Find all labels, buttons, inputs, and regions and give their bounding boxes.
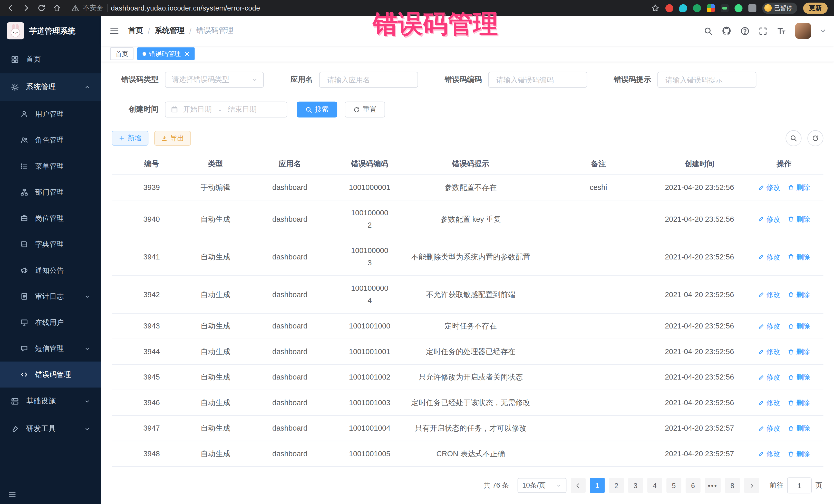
next-page-button[interactable] — [744, 478, 759, 493]
bookmark-star-icon[interactable] — [651, 4, 659, 12]
edit-link[interactable]: 修改 — [758, 396, 781, 409]
export-button[interactable]: 导出 — [154, 131, 191, 146]
sidebar-item-infra[interactable]: 基础设施 — [0, 388, 101, 415]
sidebar-item-notice[interactable]: 通知公告 — [0, 257, 101, 284]
code-icon — [20, 371, 28, 378]
tab-error-code[interactable]: 错误码管理 — [137, 47, 195, 60]
refresh-button[interactable] — [807, 130, 823, 146]
extension-icon[interactable] — [665, 4, 673, 12]
add-button[interactable]: 新增 — [112, 131, 148, 146]
font-size-icon[interactable] — [776, 26, 786, 36]
delete-link[interactable]: 删除 — [788, 213, 810, 225]
sidebar-item-sms[interactable]: 短信管理 — [0, 335, 101, 361]
edit-link[interactable]: 修改 — [758, 288, 781, 301]
caret-down-icon[interactable] — [820, 28, 826, 34]
reset-button[interactable]: 重置 — [345, 102, 385, 117]
edit-link[interactable]: 修改 — [758, 447, 781, 460]
edit-link[interactable]: 修改 — [758, 346, 781, 358]
search-icon[interactable] — [704, 26, 712, 36]
extensions-puzzle-icon[interactable] — [748, 4, 756, 12]
sidebar-toggle-icon[interactable] — [110, 26, 119, 36]
delete-link[interactable]: 删除 — [788, 346, 810, 358]
page-button[interactable]: 3 — [628, 478, 643, 493]
edit-link[interactable]: 修改 — [758, 371, 781, 384]
edit-link[interactable]: 修改 — [758, 320, 781, 332]
app-name-input[interactable] — [326, 75, 411, 84]
browser-update-button[interactable]: 更新 — [803, 2, 828, 14]
github-icon[interactable] — [722, 26, 731, 36]
list-icon — [20, 162, 28, 170]
breadcrumb-home[interactable]: 首页 — [128, 26, 143, 36]
more-pages-button[interactable]: ••• — [705, 478, 721, 493]
page-button[interactable]: 5 — [666, 478, 681, 493]
page-button[interactable]: 8 — [725, 478, 740, 493]
extension-icon[interactable] — [720, 4, 728, 12]
warning-icon — [71, 4, 79, 12]
delete-link[interactable]: 删除 — [788, 181, 810, 194]
search-button[interactable]: 搜索 — [297, 102, 337, 117]
goto-page-input[interactable] — [787, 477, 812, 493]
chevron-down-icon — [84, 426, 90, 432]
browser-back-icon[interactable] — [6, 4, 15, 12]
close-icon[interactable] — [184, 51, 190, 56]
extension-icon[interactable] — [679, 4, 687, 12]
browser-home-icon[interactable] — [52, 4, 61, 12]
page-button[interactable]: 4 — [647, 478, 662, 493]
extension-icon[interactable] — [707, 4, 715, 12]
date-range-picker[interactable]: 开始日期 - 结束日期 — [165, 102, 287, 117]
sidebar-item-dict[interactable]: 字典管理 — [0, 231, 101, 257]
edit-link[interactable]: 修改 — [758, 251, 781, 263]
sidebar-item-online-user[interactable]: 在线用户 — [0, 309, 101, 336]
error-code-field — [488, 72, 587, 88]
toggle-search-button[interactable] — [786, 130, 802, 146]
sidebar-item-system[interactable]: 系统管理 — [0, 73, 101, 101]
sidebar-item-devtools[interactable]: 研发工具 — [0, 415, 101, 443]
edit-link[interactable]: 修改 — [758, 422, 781, 435]
delete-link[interactable]: 删除 — [788, 371, 810, 384]
page-button[interactable]: 2 — [609, 478, 624, 493]
extension-icon[interactable] — [693, 4, 701, 12]
delete-link[interactable]: 删除 — [788, 320, 810, 332]
chevron-down-icon — [556, 482, 562, 488]
user-avatar[interactable] — [795, 23, 811, 39]
sidebar-item-audit-log[interactable]: 审计日志 — [0, 283, 101, 309]
table-row: 3945 自动生成 dashboard 1001001002 只允许修改为开启或… — [112, 365, 823, 390]
url-text[interactable]: dashboard.yudao.iocoder.cn/system/error-… — [111, 4, 260, 12]
sidebar-item-role[interactable]: 角色管理 — [0, 127, 101, 153]
tab-home[interactable]: 首页 — [110, 47, 133, 60]
sidebar-item-home[interactable]: 首页 — [0, 46, 101, 73]
delete-link[interactable]: 删除 — [788, 288, 810, 301]
breadcrumb-system[interactable]: 系统管理 — [155, 26, 184, 36]
fullscreen-icon[interactable] — [759, 26, 768, 36]
sidebar-item-post[interactable]: 岗位管理 — [0, 205, 101, 232]
prev-page-button[interactable] — [571, 478, 586, 493]
profile-paused-chip[interactable]: 已暂停 — [762, 2, 797, 14]
help-icon[interactable] — [740, 26, 749, 36]
book-icon — [20, 240, 28, 248]
sidebar-item-dept[interactable]: 部门管理 — [0, 179, 101, 205]
delete-link[interactable]: 删除 — [788, 396, 810, 409]
sidebar-item-user[interactable]: 用户管理 — [0, 101, 101, 127]
users-icon — [20, 136, 28, 144]
security-chip[interactable]: 不安全 dashboard.yudao.iocoder.cn/system/er… — [71, 3, 260, 12]
delete-link[interactable]: 删除 — [788, 251, 810, 263]
delete-link[interactable]: 删除 — [788, 422, 810, 435]
sidebar-item-error-code[interactable]: 错误码管理 — [0, 361, 101, 388]
extension-icon[interactable] — [734, 4, 742, 12]
page-button[interactable]: 1 — [590, 478, 605, 493]
edit-link[interactable]: 修改 — [758, 213, 781, 225]
delete-link[interactable]: 删除 — [788, 447, 810, 460]
org-tree-icon — [20, 188, 28, 196]
edit-link[interactable]: 修改 — [758, 181, 781, 194]
sidebar-item-menu[interactable]: 菜单管理 — [0, 153, 101, 179]
error-code-input[interactable] — [495, 75, 580, 84]
error-type-select[interactable]: 请选择错误码类型 — [165, 72, 264, 88]
page-size-select[interactable]: 10条/页 — [517, 478, 566, 493]
sidebar: 芋道管理系统 首页 系统管理 用户管理 角色管理 菜单管理 — [0, 16, 101, 504]
table-row: 3939 手动编辑 dashboard 1001000001 参数配置不存在 c… — [112, 175, 823, 200]
page-button[interactable]: 6 — [685, 478, 700, 493]
browser-forward-icon[interactable] — [22, 4, 30, 12]
browser-reload-icon[interactable] — [37, 4, 46, 12]
error-hint-input[interactable] — [664, 75, 750, 84]
sidebar-collapse-toggle[interactable] — [0, 485, 101, 504]
